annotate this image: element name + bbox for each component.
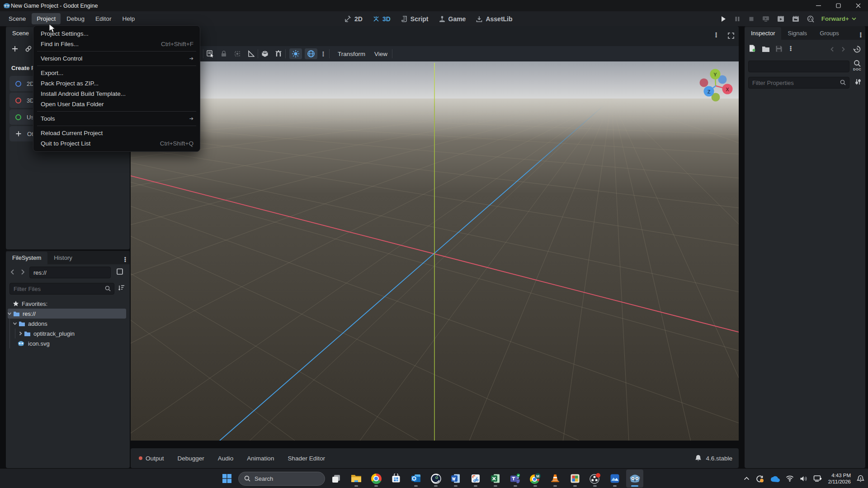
view-menu[interactable]: View — [370, 49, 392, 59]
pause-button[interactable] — [734, 15, 741, 23]
panel-output[interactable]: Output — [139, 455, 164, 462]
chevron-right-icon[interactable] — [18, 331, 23, 336]
tree-item-icon-svg[interactable]: icon.svg — [18, 338, 50, 348]
tab-inspector[interactable]: Inspector — [745, 27, 781, 40]
object-name-field[interactable] — [748, 61, 849, 72]
tree-item-res[interactable]: res:// — [7, 309, 36, 319]
menu-item-quit-to-project-list[interactable]: Quit to Project ListCtrl+Shift+Q — [33, 138, 200, 149]
sort-files-icon[interactable] — [118, 284, 125, 291]
load-resource-folder-icon[interactable] — [762, 45, 770, 53]
maximize-button[interactable] — [828, 0, 848, 11]
menu-item-reload-project[interactable]: Reload Current Project — [33, 128, 200, 138]
tab-scene-dock[interactable]: Scene — [6, 27, 35, 40]
notification-bell-dnd-icon[interactable]: z — [857, 475, 864, 483]
minimize-button[interactable] — [808, 0, 828, 11]
obs-button[interactable] — [586, 469, 604, 488]
chrome-button[interactable] — [368, 469, 385, 488]
stop-button[interactable] — [748, 15, 755, 23]
preview-sun-toggle[interactable] — [289, 48, 302, 59]
resource-options-icon[interactable]: ••• — [790, 46, 792, 52]
vlc-button[interactable] — [547, 469, 564, 488]
teams-button[interactable] — [507, 469, 524, 488]
photos-button[interactable] — [566, 469, 584, 488]
volume-icon[interactable] — [800, 475, 807, 482]
3d-viewport[interactable]: Y X Z — [131, 61, 739, 441]
dock-options-icon[interactable]: ••• — [124, 257, 126, 263]
cast-device-icon[interactable] — [813, 475, 822, 482]
chevron-down-icon[interactable] — [7, 311, 12, 316]
tab-2d[interactable]: 2D — [344, 15, 363, 23]
godot-taskbar-button[interactable] — [626, 469, 643, 488]
microsoft-store-button[interactable] — [387, 469, 405, 488]
new-resource-icon[interactable] — [748, 44, 756, 52]
add-node-icon[interactable] — [11, 45, 19, 52]
menu-item-export[interactable]: Export... — [33, 68, 200, 78]
menu-help[interactable]: Help — [117, 13, 140, 24]
split-mode-icon[interactable] — [116, 268, 123, 275]
tab-assetlib[interactable]: AssetLib — [476, 15, 512, 23]
menu-item-install-android-template[interactable]: Install Android Build Template... — [33, 89, 200, 99]
ruler-icon[interactable] — [244, 50, 258, 57]
tree-item-optitrack-plugin[interactable]: optitrack_plugin — [18, 328, 75, 338]
wifi-icon[interactable] — [786, 475, 794, 482]
group-icon[interactable] — [231, 50, 244, 57]
task-view-button[interactable] — [328, 469, 345, 488]
expand-viewport-icon[interactable] — [727, 32, 735, 39]
motive-app-button[interactable] — [427, 469, 444, 488]
menu-item-project-settings[interactable]: Project Settings... — [33, 28, 200, 39]
transform-menu[interactable]: Transform — [333, 49, 370, 59]
history-forward-icon[interactable] — [840, 47, 846, 52]
save-resource-icon[interactable] — [775, 45, 783, 52]
favorites-row[interactable]: Favorites: — [13, 299, 47, 309]
menu-item-find-in-files[interactable]: Find in Files...Ctrl+Shift+F — [33, 39, 200, 49]
renderer-selector[interactable]: Forward+ — [821, 15, 856, 22]
media-player-button[interactable] — [606, 469, 623, 488]
taskbar-clock[interactable]: 4:43 PM 2/11/2026 — [828, 472, 851, 485]
taskbar-search[interactable]: Search — [238, 472, 325, 486]
panel-shader-editor[interactable]: Shader Editor — [288, 455, 325, 462]
menu-debug[interactable]: Debug — [61, 13, 90, 24]
play-button[interactable] — [720, 15, 727, 23]
tree-item-addons[interactable]: addons — [12, 319, 47, 328]
tab-script[interactable]: Script — [401, 15, 429, 23]
open-docs-icon[interactable]: DOC — [853, 60, 861, 71]
file-explorer-button[interactable] — [348, 469, 365, 488]
sync-status-icon[interactable] — [755, 474, 764, 483]
nav-forward-icon[interactable] — [19, 269, 26, 275]
menu-item-pack-project-zip[interactable]: Pack Project as ZIP... — [33, 78, 200, 89]
mesh-box-icon[interactable] — [258, 50, 272, 58]
preview-environment-toggle[interactable] — [305, 48, 317, 59]
menu-item-open-user-data[interactable]: Open User Data Folder — [33, 99, 200, 109]
excel-button[interactable] — [487, 469, 504, 488]
chevron-down-icon[interactable] — [12, 321, 18, 326]
update-bell-icon[interactable] — [695, 455, 702, 462]
nav-back-icon[interactable] — [9, 269, 16, 275]
gizmo-neg-x-ball[interactable] — [700, 79, 708, 87]
scene-tabs-menu-icon[interactable]: ••• — [715, 33, 717, 38]
play-custom-scene-button[interactable] — [792, 15, 800, 23]
property-tools-icon[interactable] — [854, 78, 862, 85]
orientation-gizmo[interactable]: Y X Z — [695, 66, 736, 106]
menu-scene[interactable]: Scene — [4, 13, 31, 24]
select-list-icon[interactable] — [203, 50, 217, 58]
edit-history-icon[interactable] — [853, 45, 861, 53]
history-back-icon[interactable] — [830, 47, 835, 52]
movie-maker-icon[interactable] — [807, 15, 815, 23]
preview-options-icon[interactable]: ••• — [317, 51, 329, 56]
panel-animation[interactable]: Animation — [247, 455, 274, 462]
play-scene-button[interactable] — [777, 15, 785, 23]
filter-files-input[interactable] — [9, 283, 114, 295]
menu-project[interactable]: Project — [32, 13, 61, 24]
remote-debug-icon[interactable] — [762, 15, 770, 23]
dock-options-icon[interactable]: ••• — [860, 33, 862, 38]
outlook-button[interactable] — [407, 469, 425, 488]
word-button[interactable] — [447, 469, 464, 488]
close-button[interactable] — [848, 0, 868, 11]
tab-game[interactable]: Game — [439, 15, 466, 23]
snipping-tool-button[interactable] — [467, 469, 484, 488]
chrome-profile-button[interactable]: M — [527, 469, 544, 488]
onedrive-icon[interactable] — [770, 475, 780, 482]
filter-properties-input[interactable] — [748, 77, 849, 89]
tab-filesystem[interactable]: FileSystem — [6, 252, 47, 264]
instance-scene-link-icon[interactable] — [25, 45, 32, 52]
